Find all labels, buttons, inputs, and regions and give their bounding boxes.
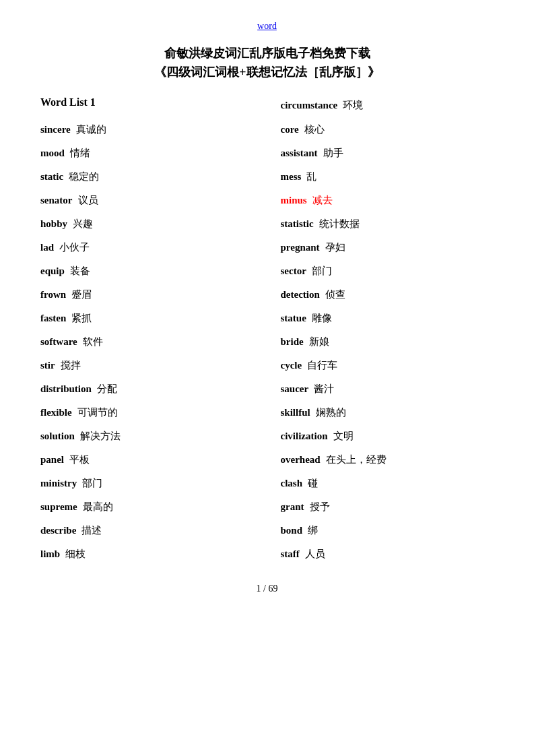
word-cn: 分配 — [97, 380, 117, 398]
word-en: saucer — [281, 380, 309, 398]
word-en: flexible — [40, 404, 72, 422]
word-cn: 细枝 — [65, 545, 86, 563]
word-cn: 最高的 — [83, 498, 113, 516]
header-word-cn: 环境 — [343, 96, 363, 115]
word-cn: 统计数据 — [319, 215, 360, 233]
word-entry-right: sector部门 — [281, 262, 494, 280]
word-cn: 授予 — [310, 498, 330, 516]
word-en: hobby — [40, 215, 67, 233]
word-entry-left: mood情绪 — [40, 144, 254, 162]
word-entry-left: limb细枝 — [40, 545, 254, 563]
word-en: bond — [281, 522, 303, 540]
word-cn: 搅拌 — [61, 356, 81, 375]
word-cn: 孕妇 — [325, 239, 345, 257]
word-entry-right: cycle自行车 — [281, 356, 494, 375]
word-entry-right: minus减去 — [281, 191, 494, 210]
word-en: assistant — [281, 144, 318, 162]
word-cn: 新娘 — [309, 333, 329, 351]
word-cn: 核心 — [304, 121, 325, 139]
word-entry-left: describe描述 — [40, 522, 254, 540]
word-en: senator — [40, 191, 73, 210]
word-entry-right: grant授予 — [281, 498, 494, 516]
word-link[interactable]: word — [257, 21, 277, 31]
word-cn: 议员 — [78, 191, 98, 210]
word-en: detection — [281, 286, 320, 304]
word-cn: 情绪 — [70, 144, 90, 162]
word-cn: 紧抓 — [71, 309, 92, 327]
word-cn: 自行车 — [307, 356, 337, 375]
word-entry-left: software软件 — [40, 333, 254, 351]
page-footer: 1 / 69 — [40, 584, 494, 594]
word-cn: 娴熟的 — [316, 404, 346, 422]
word-cn: 软件 — [83, 333, 103, 351]
word-entry-right: skillful娴熟的 — [281, 404, 494, 422]
word-entry-right: staff人员 — [281, 545, 494, 563]
word-cn: 兴趣 — [73, 215, 93, 233]
word-cn: 描述 — [81, 522, 102, 540]
word-en: static — [40, 168, 63, 186]
header-word-en: circumstance — [281, 96, 338, 115]
word-en: staff — [281, 545, 300, 563]
word-entry-right: assistant助手 — [281, 144, 494, 162]
title-block: 俞敏洪绿皮词汇乱序版电子档免费下载 《四级词汇词根+联想记忆法［乱序版］》 — [40, 45, 494, 80]
word-entry-right: detection侦查 — [281, 286, 494, 304]
word-en: lad — [40, 239, 54, 257]
word-entry-left: distribution分配 — [40, 380, 254, 398]
word-entry-right: clash碰 — [281, 474, 494, 493]
word-en: mood — [40, 144, 65, 162]
word-entry-left: senator议员 — [40, 191, 254, 210]
word-entry-right: saucer酱汁 — [281, 380, 494, 398]
word-en: civilization — [281, 427, 328, 445]
word-en: pregnant — [281, 239, 320, 257]
word-en: overhead — [281, 451, 321, 469]
word-cn: 部门 — [82, 474, 102, 493]
word-entry-left: flexible可调节的 — [40, 404, 254, 422]
word-entry-left: ministry部门 — [40, 474, 254, 493]
word-cn: 酱汁 — [314, 380, 334, 398]
word-cn: 在头上，经费 — [326, 451, 387, 469]
word-en: core — [281, 121, 299, 139]
word-entry-left: frown蹙眉 — [40, 286, 254, 304]
word-en: solution — [40, 427, 75, 445]
word-entry-right: pregnant孕妇 — [281, 239, 494, 257]
word-entry-left: hobby兴趣 — [40, 215, 254, 233]
word-entry-left: equip装备 — [40, 262, 254, 280]
word-cn: 绑 — [308, 522, 318, 540]
word-cn: 小伙子 — [59, 239, 90, 257]
word-list-header-row: Word List 1 circumstance 环境 — [40, 96, 494, 115]
title-line2: 《四级词汇词根+联想记忆法［乱序版］》 — [40, 64, 494, 80]
word-entry-right: bond绑 — [281, 522, 494, 540]
word-entry-right: statue雕像 — [281, 309, 494, 327]
word-cn: 乱 — [306, 168, 316, 186]
word-en: sector — [281, 262, 306, 280]
word-cn: 文明 — [333, 427, 354, 445]
word-cn: 雕像 — [312, 309, 332, 327]
word-entry-left: static稳定的 — [40, 168, 254, 186]
word-en: mess — [281, 168, 302, 186]
word-en: software — [40, 333, 77, 351]
word-cn: 人员 — [305, 545, 325, 563]
word-entry-left: sincere真诚的 — [40, 121, 254, 139]
word-en: skillful — [281, 404, 310, 422]
word-cn: 可调节的 — [77, 404, 118, 422]
title-line1: 俞敏洪绿皮词汇乱序版电子档免费下载 — [40, 45, 494, 61]
word-entry-right: overhead在头上，经费 — [281, 451, 494, 469]
word-cn: 碰 — [308, 474, 318, 493]
word-en: cycle — [281, 356, 302, 375]
word-en: minus — [281, 191, 307, 210]
word-en: grant — [281, 498, 304, 516]
word-cn: 平板 — [69, 451, 90, 469]
word-en: sincere — [40, 121, 71, 139]
word-entry-left: lad小伙子 — [40, 239, 254, 257]
header-right-word: circumstance 环境 — [281, 96, 494, 115]
word-en: statue — [281, 309, 306, 327]
word-entry-right: core核心 — [281, 121, 494, 139]
word-grid: sincere真诚的core核心mood情绪assistant助手static稳… — [40, 121, 494, 563]
word-en: frown — [40, 286, 66, 304]
word-en: fasten — [40, 309, 66, 327]
word-en: equip — [40, 262, 65, 280]
word-en: distribution — [40, 380, 92, 398]
word-cn: 助手 — [323, 144, 343, 162]
word-cn: 解决方法 — [80, 427, 121, 445]
word-en: panel — [40, 451, 64, 469]
